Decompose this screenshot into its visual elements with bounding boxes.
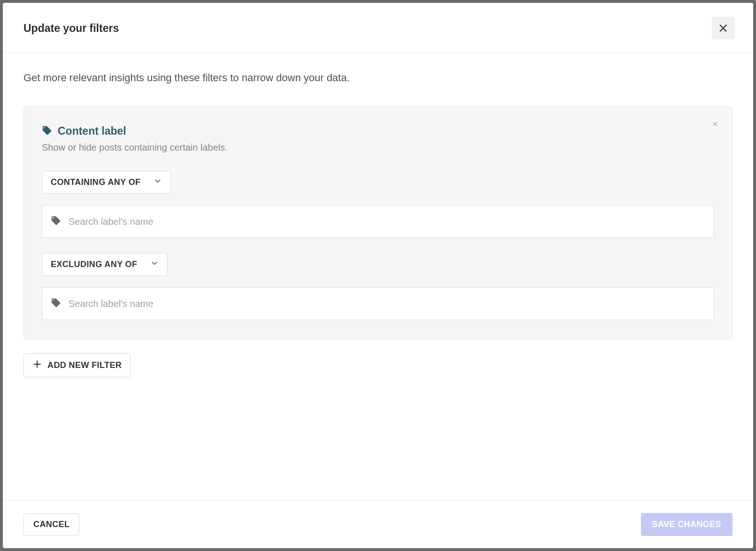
- excluding-search-input[interactable]: [69, 298, 705, 309]
- filter-card-subtitle: Show or hide posts containing certain la…: [42, 142, 714, 153]
- chevron-down-icon: [150, 259, 159, 270]
- close-icon: [712, 121, 718, 127]
- update-filters-modal: Update your filters Get more relevant in…: [3, 3, 753, 548]
- filter-card-title: Content label: [58, 125, 126, 138]
- select-label: CONTAINING ANY OF: [51, 177, 140, 187]
- excluding-select-row: EXCLUDING ANY OF: [42, 253, 714, 276]
- modal-body: Get more relevant insights using these f…: [3, 53, 753, 500]
- close-button[interactable]: [712, 17, 734, 39]
- remove-filter-button[interactable]: [709, 117, 722, 130]
- chevron-down-icon: [154, 177, 162, 188]
- add-new-filter-label: ADD NEW FILTER: [47, 360, 122, 370]
- modal-header: Update your filters: [3, 3, 753, 53]
- tag-icon: [51, 298, 61, 310]
- excluding-select[interactable]: EXCLUDING ANY OF: [42, 253, 168, 276]
- tag-icon: [42, 125, 52, 138]
- tag-icon: [51, 215, 61, 228]
- containing-search-input[interactable]: [69, 216, 705, 227]
- filter-card-header: Content label: [42, 125, 714, 138]
- select-label: EXCLUDING ANY OF: [51, 260, 137, 269]
- modal-footer: CANCEL SAVE CHANGES: [3, 500, 753, 548]
- add-new-filter-button[interactable]: ADD NEW FILTER: [23, 353, 131, 377]
- cancel-button[interactable]: CANCEL: [23, 513, 79, 536]
- filter-card-content-label: Content label Show or hide posts contain…: [23, 107, 733, 339]
- plus-icon: [32, 360, 42, 371]
- containing-select[interactable]: CONTAINING ANY OF: [42, 171, 171, 194]
- containing-select-row: CONTAINING ANY OF: [42, 171, 714, 194]
- excluding-search-wrap[interactable]: [42, 287, 714, 320]
- modal-description: Get more relevant insights using these f…: [23, 72, 733, 84]
- close-icon: [718, 23, 728, 33]
- containing-search-wrap[interactable]: [42, 205, 714, 238]
- modal-title: Update your filters: [23, 22, 119, 35]
- save-changes-button[interactable]: SAVE CHANGES: [641, 513, 733, 536]
